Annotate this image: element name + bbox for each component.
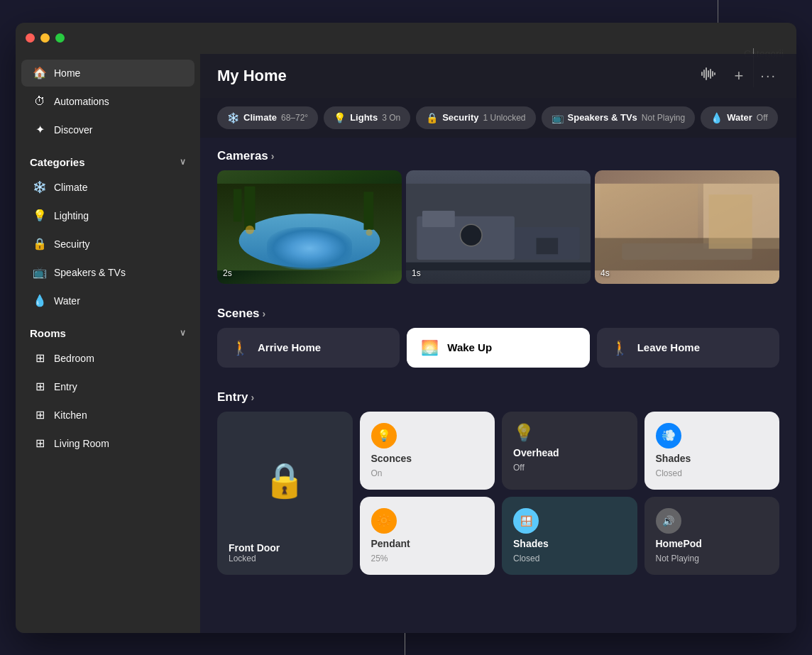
shades-state: Closed <box>513 554 626 563</box>
device-sconces[interactable]: 💡 Sconces On <box>360 412 495 490</box>
pill-water-icon: 💧 <box>710 112 723 123</box>
device-homepod[interactable]: 🔊 HomePod Not Playing <box>644 497 780 575</box>
front-door-name: Front Door <box>229 542 341 554</box>
device-pendant[interactable]: 🔆 Pendant 25% <box>360 497 495 575</box>
pill-speakers-label: Speakers & TVs <box>568 112 637 123</box>
svg-rect-19 <box>537 238 559 254</box>
pill-water[interactable]: 💧 Water Off <box>701 106 777 129</box>
entry-section-header[interactable]: Entry › <box>200 379 796 412</box>
app-body: 🏠 Home ⏱ Automations ✦ Discover Categori… <box>16 54 796 633</box>
camera-3[interactable]: 4s <box>595 170 779 284</box>
device-front-door[interactable]: 🔒 Front Door Locked <box>217 412 353 575</box>
svg-rect-5 <box>712 71 713 77</box>
lighting-icon: 💡 <box>33 209 47 223</box>
discover-icon: ✦ <box>33 123 47 137</box>
device-overhead[interactable]: 💡 Overhead Off <box>502 412 637 490</box>
sidebar-item-home[interactable]: 🏠 Home <box>21 60 194 87</box>
cam1-timestamp: 2s <box>223 268 232 278</box>
pill-climate[interactable]: ❄️ Climate 68–72° <box>217 106 318 129</box>
sidebar-item-discover[interactable]: ✦ Discover <box>21 116 194 143</box>
rooms-label: Rooms <box>30 327 66 339</box>
cam3-visual <box>595 170 779 284</box>
pill-security[interactable]: 🔒 Security 1 Unlocked <box>416 106 535 129</box>
sidebar-item-entry[interactable]: ⊞ Entry <box>21 373 194 400</box>
pill-lights-icon: 💡 <box>334 112 346 123</box>
pill-speakers-value: Not Playing <box>642 113 685 123</box>
main-header: My Home <box>200 54 796 98</box>
overhead-state: Off <box>513 463 626 473</box>
cam2-timestamp: 1s <box>412 268 421 278</box>
close-button[interactable] <box>26 33 35 43</box>
camera-1[interactable]: 2s <box>217 170 402 284</box>
sidebar-item-living-room[interactable]: ⊞ Living Room <box>21 430 194 457</box>
cam3-timestamp: 4s <box>600 268 610 278</box>
overhead-name: Overhead <box>513 447 626 458</box>
speakers-icon: 📺 <box>33 265 47 280</box>
pendant-state: 25% <box>371 554 484 563</box>
svg-rect-6 <box>714 72 715 75</box>
sidebar-item-automations-label: Automations <box>54 96 109 107</box>
scene-arrive-home[interactable]: 🚶 Arrive Home <box>217 328 400 368</box>
rooms-section-header[interactable]: Rooms ∨ <box>16 316 200 343</box>
sidebar-item-bedroom[interactable]: ⊞ Bedroom <box>21 345 194 372</box>
sidebar-item-security[interactable]: 🔒 Secuirty <box>21 231 194 258</box>
device-shades[interactable]: 🪟 Shades Closed <box>502 497 637 575</box>
scenes-row: 🚶 Arrive Home 🌅 Wake Up 🚶 Leave Home <box>200 328 796 379</box>
categories-section-header[interactable]: Categories ∨ <box>16 145 200 172</box>
annotation-line-bottom <box>405 633 405 656</box>
svg-rect-4 <box>710 69 711 79</box>
sidebar-item-water[interactable]: 💧 Water <box>21 287 194 314</box>
pill-speakers[interactable]: 📺 Speakers & TVs Not Playing <box>542 106 696 129</box>
categories-list: ❄️ Climate 💡 Lighting 🔒 Secuirty 📺 Speak… <box>16 174 200 314</box>
sidebar-item-climate-label: Climate <box>54 182 87 193</box>
svg-point-12 <box>246 225 254 233</box>
waveform-button[interactable] <box>698 65 720 87</box>
svg-rect-17 <box>422 211 455 227</box>
svg-point-13 <box>366 229 373 236</box>
add-button[interactable]: + <box>731 64 746 88</box>
cameras-section-label: Cameras <box>217 149 268 163</box>
sidebar-item-bedroom-label: Bedroom <box>54 353 94 364</box>
scenes-section-label: Scenes <box>217 307 260 321</box>
header-actions: + ··· <box>698 64 779 88</box>
front-door-icon: 🔒 <box>263 461 306 500</box>
sidebar-item-kitchen-label: Kitchen <box>54 409 87 421</box>
climate-icon: ❄️ <box>33 180 47 194</box>
scene-leave-home[interactable]: 🚶 Leave Home <box>597 328 779 368</box>
pendant-icon-wrap: 🔆 <box>371 508 484 534</box>
sidebar-item-climate[interactable]: ❄️ Climate <box>21 174 194 201</box>
homepod-icon: 🔊 <box>656 508 681 534</box>
camera-2[interactable]: 1s <box>406 170 591 284</box>
sidebar-item-living-room-label: Living Room <box>54 438 109 449</box>
maximize-button[interactable] <box>55 33 65 43</box>
svg-point-8 <box>239 213 380 267</box>
waveform-icon <box>701 67 717 80</box>
cameras-grid: 2s <box>200 170 796 295</box>
svg-rect-25 <box>709 194 752 248</box>
app-window: 🏠 Home ⏱ Automations ✦ Discover Categori… <box>16 23 796 633</box>
pill-lights[interactable]: 💡 Lights 3 On <box>324 106 410 129</box>
homepod-name: HomePod <box>656 538 769 549</box>
svg-point-18 <box>460 224 482 246</box>
sidebar-item-lighting[interactable]: 💡 Lighting <box>21 202 194 229</box>
scene-wake-up[interactable]: 🌅 Wake Up <box>407 328 589 368</box>
sidebar-item-speakers[interactable]: 📺 Speakers & TVs <box>21 259 194 286</box>
device-ceiling-fan[interactable]: 💨 Shades Closed <box>644 412 780 490</box>
pill-security-value: 1 Unlocked <box>483 113 525 123</box>
pendant-name: Pendant <box>371 538 484 549</box>
sidebar-item-automations[interactable]: ⏱ Automations <box>21 88 194 115</box>
cameras-section-header[interactable]: Cameras › <box>200 138 796 170</box>
overhead-icon-wrap: 💡 <box>513 423 626 443</box>
more-button[interactable]: ··· <box>757 65 779 87</box>
scenes-chevron: › <box>263 308 266 319</box>
scenes-section-header[interactable]: Scenes › <box>200 295 796 328</box>
home-icon: 🏠 <box>33 66 47 80</box>
entry-section-label: Entry <box>217 390 248 404</box>
category-pills: ❄️ Climate 68–72° 💡 Lights 3 On 🔒 Securi… <box>200 98 796 138</box>
sidebar-item-home-label: Home <box>54 67 80 79</box>
svg-rect-2 <box>706 67 707 80</box>
minimize-button[interactable] <box>40 33 50 43</box>
categories-label: Categories <box>30 156 85 168</box>
sidebar-item-kitchen[interactable]: ⊞ Kitchen <box>21 402 194 429</box>
ceiling-fan-icon-wrap: 💨 <box>656 423 769 448</box>
